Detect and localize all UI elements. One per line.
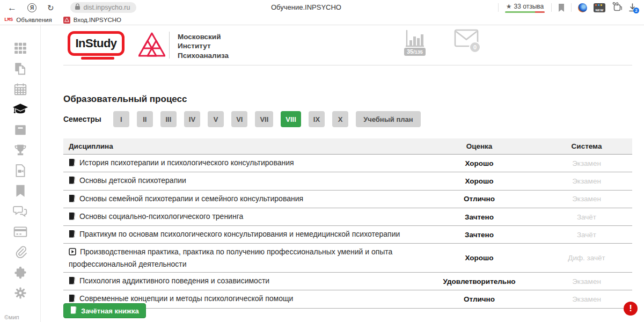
grade-value: Удовлетворительно [418, 273, 541, 290]
institute-name: Московский Институт Психоанализа [178, 32, 229, 60]
grade-value: Отлично [418, 190, 541, 208]
discipline-cell[interactable]: Практикум по основам психологического ко… [63, 226, 418, 244]
sidebar-item-messages[interactable] [0, 201, 41, 222]
sidebar-item-apps-grid[interactable] [0, 38, 41, 58]
extension-circle-icon[interactable] [578, 3, 587, 12]
discipline-cell[interactable]: Психология аддиктивного поведения и соза… [63, 273, 418, 290]
sidebar-item-education[interactable] [0, 99, 41, 120]
back-button[interactable]: ← [4, 3, 20, 12]
bookmark-announcements[interactable]: LMS Объявления [4, 17, 52, 23]
column-header-system: Система [541, 138, 632, 155]
system-value: Экзамен [541, 290, 632, 308]
tab-semester-II[interactable]: II [137, 111, 153, 127]
table-row: Основы детской психотерапииХорошоЭкзамен [63, 172, 632, 190]
refresh-button[interactable]: ↻ [44, 4, 57, 12]
sidebar-item-settings[interactable] [0, 283, 41, 303]
yandex-browser-icon[interactable]: Я [27, 3, 36, 12]
documents-icon [13, 62, 27, 76]
site-reviews-button[interactable]: ★ 33 отзыва [505, 3, 545, 13]
sidebar-item-calendar[interactable] [0, 79, 41, 99]
gradebook-button[interactable]: Зачётная книжка [63, 303, 146, 318]
mail-count-badge: 0 [469, 41, 481, 53]
tab-semester-X[interactable]: X [332, 111, 348, 127]
progress-chart-icon[interactable] [405, 30, 426, 50]
discipline-cell[interactable]: История психотерапии и психологического … [63, 155, 418, 172]
sidebar-item-plugins[interactable] [0, 262, 41, 283]
sidebar-item-payments[interactable] [0, 222, 41, 242]
tab-semester-V[interactable]: V [208, 111, 224, 127]
sidebar-item-trophy[interactable] [0, 140, 41, 160]
downloads-count-badge: 2 [633, 8, 639, 13]
main-content: InStudy Московский Институт Психоанализа… [63, 25, 632, 322]
downloads-button[interactable]: 2 [628, 3, 636, 12]
discipline-cell[interactable]: Основы социально-психологического тренин… [63, 208, 418, 225]
sidebar-item-attachments[interactable] [0, 242, 41, 262]
new-icon-dots [595, 4, 602, 6]
site-header: InStudy Московский Институт Психоанализа… [63, 25, 632, 65]
bookmarks-bar: LMS Объявления Вход.INPSYCHO [0, 15, 644, 25]
toolbar-divider [571, 3, 572, 12]
table-row: Производственная практика, практика по п… [63, 244, 632, 273]
sidebar-item-bookmarks[interactable] [0, 181, 41, 201]
grade-value: Хорошо [418, 155, 541, 172]
discipline-name: Психология аддиктивного поведения и соза… [79, 276, 269, 285]
tab-semester-VII[interactable]: VII [255, 111, 273, 127]
alert-notification-icon[interactable]: ! [624, 302, 638, 316]
discipline-cell[interactable]: Основы семейной психотерапии и семейного… [63, 190, 418, 208]
system-value: Экзамен [541, 273, 632, 290]
tab-semester-IX[interactable]: IX [309, 111, 325, 127]
discipline-cell[interactable]: Основы детской психотерапии [63, 172, 418, 190]
book-icon [69, 230, 76, 240]
instudy-logo[interactable]: InStudy [68, 31, 125, 56]
toolbar-divider [551, 3, 552, 12]
reviews-count: 33 отзыва [514, 3, 544, 10]
discipline-name: Практикум по основам психологического ко… [79, 230, 400, 238]
tab-curriculum[interactable]: Учебный план [356, 111, 420, 127]
book-icon [69, 212, 76, 223]
tab-semester-VIII[interactable]: VIII [281, 111, 301, 127]
tab-semester-I[interactable]: I [113, 111, 129, 127]
semester-tabs-row: Семестры IIIIIIIVVVIVIIVIIIIXXУчебный пл… [63, 111, 428, 127]
tab-semester-III[interactable]: III [160, 111, 177, 127]
book-icon [69, 158, 76, 169]
system-value: Экзамен [541, 155, 632, 172]
logo-divider [169, 32, 170, 58]
collections-icon[interactable] [612, 2, 622, 13]
bookmark-flag-icon[interactable] [558, 4, 565, 12]
tab-semester-VI[interactable]: VI [231, 111, 247, 127]
sidebar-nav [0, 25, 40, 303]
education-icon [12, 103, 29, 116]
table-row: Психология аддиктивного поведения и соза… [63, 273, 632, 290]
bookmark-login-inpsycho[interactable]: Вход.INPSYCHO [57, 17, 121, 24]
browser-window: ← Я ↻ dist.inpsycho.ru Обучение.INPSYCHO… [0, 0, 644, 322]
sidebar-item-archive[interactable] [0, 120, 41, 140]
app-sidebar: ©мип [0, 25, 41, 322]
book-icon [69, 194, 76, 205]
sidebar-item-documents[interactable] [0, 58, 41, 79]
sidebar-footer: ©мип [4, 314, 19, 320]
archive-icon [13, 123, 27, 137]
apps-grid-icon [13, 41, 27, 55]
column-header-discipline: Дисциплина [63, 138, 418, 155]
discipline-cell[interactable]: Производственная практика, практика по п… [63, 244, 418, 273]
address-bar[interactable]: dist.inpsycho.ru [70, 2, 137, 13]
book-icon [69, 276, 76, 287]
system-value: Экзамен [541, 190, 632, 208]
new-extension-icon[interactable]: NEW [594, 3, 605, 12]
video-lessons-icon [13, 164, 27, 178]
column-header-grade: Оценка [418, 138, 541, 155]
semester-tabs: IIIIIIIVVVIVIIVIIIIXXУчебный план [113, 111, 428, 127]
lock-icon [75, 3, 80, 12]
sidebar-item-video-lessons[interactable] [0, 160, 41, 181]
url-text: dist.inpsycho.ru [84, 4, 130, 11]
mip-triangle-favicon [63, 17, 70, 24]
grade-value: Зачтено [418, 208, 541, 225]
progress-badge[interactable]: 35/135 [404, 48, 426, 56]
grade-value: Отлично [418, 290, 541, 308]
discipline-name: Основы семейной психотерапии и семейного… [79, 194, 303, 203]
star-icon: ★ [506, 3, 512, 10]
bookmarks-icon [14, 184, 26, 198]
discipline-name: Основы детской психотерапии [79, 176, 186, 185]
tab-semester-IV[interactable]: IV [184, 111, 200, 127]
mail-button[interactable]: 0 [454, 28, 479, 50]
